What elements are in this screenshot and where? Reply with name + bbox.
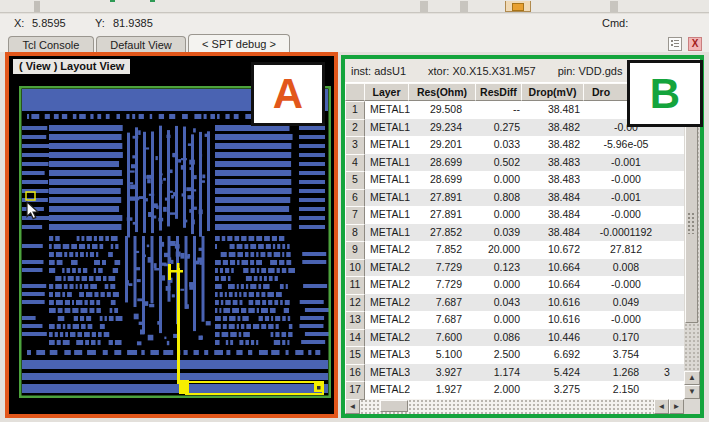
status-bar: X: 5.8595 Y: 81.9385 Cmd: bbox=[0, 14, 709, 33]
table-cell bbox=[664, 224, 684, 242]
toolbar-dot-icon bbox=[110, 0, 115, 2]
row-number[interactable]: 1 bbox=[345, 101, 365, 120]
table-row[interactable]: 9METAL27.85220.00010.67227.812 bbox=[345, 241, 684, 259]
table-cell bbox=[664, 171, 684, 189]
row-number[interactable]: 8 bbox=[345, 224, 365, 243]
row-number[interactable]: 5 bbox=[345, 171, 365, 190]
row-number[interactable]: 10 bbox=[345, 259, 365, 278]
col-header-resdiff[interactable]: ResDiff bbox=[475, 83, 522, 101]
row-number[interactable]: 7 bbox=[345, 206, 365, 225]
table-row[interactable]: 10METAL27.7290.12310.6640.008 bbox=[345, 259, 684, 277]
row-number[interactable]: 2 bbox=[345, 119, 365, 138]
table-cell: -0.000 bbox=[588, 276, 664, 294]
x-coord-value: 5.8595 bbox=[32, 17, 66, 29]
table-cell: METAL1 bbox=[365, 206, 410, 224]
row-number[interactable]: 17 bbox=[345, 381, 365, 400]
row-number[interactable]: 4 bbox=[345, 154, 365, 173]
table-cell: -5.96e-05 bbox=[588, 136, 664, 154]
table-cell: 10.616 bbox=[525, 311, 588, 329]
list-line2-icon bbox=[674, 43, 679, 44]
row-number[interactable]: 12 bbox=[345, 294, 365, 313]
table-cell: METAL1 bbox=[365, 136, 410, 154]
table-cell: 0.808 bbox=[478, 189, 525, 207]
table-row[interactable]: 5METAL128.6990.00038.483-0.000 bbox=[345, 171, 684, 189]
row-number[interactable]: 11 bbox=[345, 276, 365, 295]
table-row[interactable]: 3METAL129.2010.03338.482-5.96e-05 bbox=[345, 136, 684, 154]
horizontal-scrollbar[interactable]: ◄ ◄ ► bbox=[345, 399, 700, 414]
table-cell: 28.699 bbox=[410, 154, 478, 172]
tab-tcl-console[interactable]: Tcl Console bbox=[8, 36, 94, 52]
toolbar-tool1-icon[interactable] bbox=[420, 1, 428, 12]
table-cell: 29.201 bbox=[410, 136, 478, 154]
table-cell: METAL2 bbox=[365, 311, 410, 329]
table-row[interactable]: 12METAL27.6870.04310.6160.049 bbox=[345, 294, 684, 312]
vertical-scrollbar[interactable]: ▲ ▼ bbox=[684, 83, 700, 399]
tab-default-view[interactable]: Default View bbox=[96, 36, 186, 52]
table-row[interactable]: 7METAL127.8910.00038.484-0.000 bbox=[345, 206, 684, 224]
scroll-down-icon[interactable]: ▼ bbox=[684, 385, 700, 399]
row-number[interactable]: 3 bbox=[345, 136, 365, 155]
table-cell: 3.927 bbox=[410, 364, 478, 382]
results-table: Layer Res(Ohm) ResDiff Drop(mV) Dro 1MET… bbox=[345, 83, 700, 399]
table-row[interactable]: 13METAL27.6870.00010.616-0.000 bbox=[345, 311, 684, 329]
toolbar-mark-icon bbox=[34, 1, 40, 12]
toolbar-tool2-icon[interactable] bbox=[460, 1, 468, 12]
table-cell: 28.699 bbox=[410, 171, 478, 189]
horizontal-scroll-thumb[interactable] bbox=[380, 400, 408, 412]
tab-spt-debug[interactable]: < SPT debug > bbox=[188, 34, 290, 52]
table-cell: 38.484 bbox=[525, 224, 588, 242]
table-cell: METAL1 bbox=[365, 224, 410, 242]
horizontal-scroll-track[interactable] bbox=[360, 399, 654, 414]
table-row[interactable]: 4METAL128.6990.50238.483-0.001 bbox=[345, 154, 684, 172]
table-cell: 38.481 bbox=[525, 101, 588, 119]
row-number[interactable]: 9 bbox=[345, 241, 365, 260]
row-number[interactable]: 13 bbox=[345, 311, 365, 330]
scroll-right-icon[interactable]: ► bbox=[669, 399, 684, 414]
row-number[interactable]: 6 bbox=[345, 189, 365, 208]
panel-list-icon[interactable] bbox=[668, 37, 682, 51]
row-number[interactable]: 16 bbox=[345, 364, 365, 383]
table-row[interactable]: 11METAL27.7290.00010.664-0.000 bbox=[345, 276, 684, 294]
active-tool-button[interactable] bbox=[505, 1, 531, 12]
table-row[interactable]: 15METAL35.1002.5006.6923.754 bbox=[345, 346, 684, 364]
table-cell: -0.000 bbox=[588, 206, 664, 224]
col-header-layer[interactable]: Layer bbox=[364, 83, 409, 101]
scroll-grip-icon bbox=[687, 212, 696, 234]
table-cell bbox=[664, 346, 684, 364]
mouse-cursor-icon bbox=[26, 201, 39, 220]
table-cell: 0.086 bbox=[478, 329, 525, 347]
table-cell: METAL1 bbox=[365, 154, 410, 172]
view-mode-label: ( View ) Layout View bbox=[13, 59, 130, 74]
table-cell: 0.000 bbox=[478, 206, 525, 224]
toolbar-tool3-icon[interactable] bbox=[610, 1, 618, 12]
table-cell: METAL1 bbox=[365, 101, 410, 119]
table-cell: 38.484 bbox=[525, 189, 588, 207]
scroll-up-icon[interactable]: ▲ bbox=[684, 371, 700, 385]
table-cell: 6.692 bbox=[525, 346, 588, 364]
table-grid: Layer Res(Ohm) ResDiff Drop(mV) Dro 1MET… bbox=[345, 83, 684, 399]
list-line-icon bbox=[674, 40, 679, 41]
close-icon[interactable]: X bbox=[688, 37, 702, 51]
vertical-scroll-thumb[interactable] bbox=[685, 123, 698, 323]
table-row[interactable]: 14METAL27.6000.08610.4460.170 bbox=[345, 329, 684, 347]
chip-layout-graphic[interactable] bbox=[19, 86, 331, 398]
table-row[interactable]: 6METAL127.8910.80838.484-0.001 bbox=[345, 189, 684, 207]
table-cell: 0.043 bbox=[478, 294, 525, 312]
table-cell: 0.000 bbox=[478, 276, 525, 294]
row-number[interactable]: 15 bbox=[345, 346, 365, 365]
table-row[interactable]: 16METAL33.9271.1745.4241.2683 bbox=[345, 364, 684, 382]
row-number[interactable]: 14 bbox=[345, 329, 365, 348]
table-cell: 38.482 bbox=[525, 136, 588, 154]
col-header-drop[interactable]: Drop(mV) bbox=[521, 83, 584, 101]
table-cell: 0.039 bbox=[478, 224, 525, 242]
corner-header-cell[interactable] bbox=[345, 83, 365, 101]
scroll-left-icon[interactable]: ◄ bbox=[345, 399, 360, 414]
layout-view-panel[interactable]: ( View ) Layout View A bbox=[5, 52, 338, 418]
table-cell: 1.927 bbox=[410, 381, 478, 399]
table-row[interactable]: 8METAL127.8520.03938.484-0.0001192 bbox=[345, 224, 684, 242]
table-row[interactable]: 17METAL21.9272.0003.2752.150 bbox=[345, 381, 684, 399]
scroll-left2-icon[interactable]: ◄ bbox=[654, 399, 669, 414]
col-header-res[interactable]: Res(Ohm) bbox=[408, 83, 476, 101]
table-cell bbox=[664, 329, 684, 347]
table-cell: 7.729 bbox=[410, 276, 478, 294]
